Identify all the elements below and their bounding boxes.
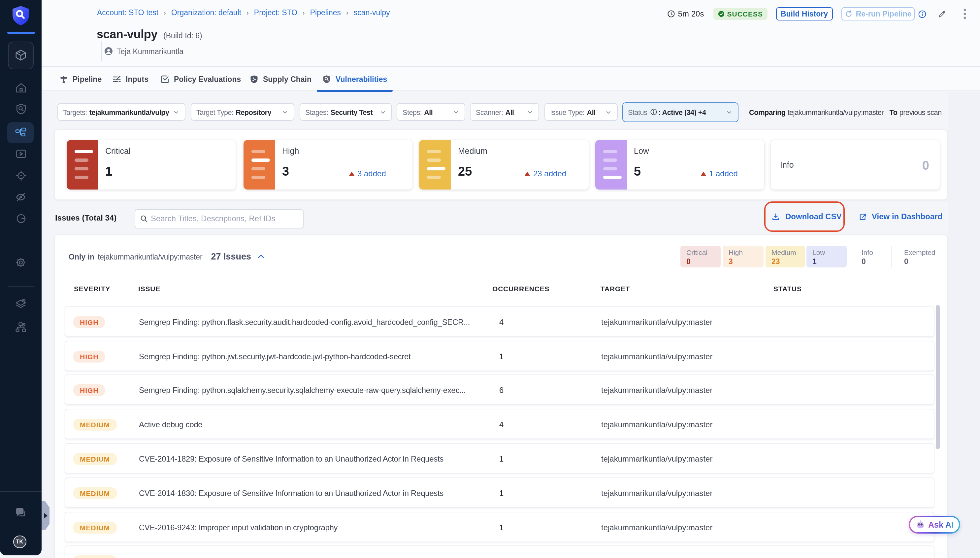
sidebar-item-exemptions[interactable] <box>0 208 42 228</box>
tab-inputs[interactable]: Inputs <box>106 67 154 92</box>
summary-card-high[interactable]: High33 added <box>243 140 412 189</box>
filter-issue-type[interactable]: Issue Type:All <box>544 103 618 121</box>
breadcrumb-item[interactable]: Account: STO test <box>97 8 159 16</box>
tab-bar: PipelineInputsPolicy EvaluationsSupply C… <box>42 66 980 91</box>
filter-label: Issue Type: <box>550 108 585 116</box>
chevron-down-icon <box>602 108 612 115</box>
view-dashboard-label: View in Dashboard <box>872 212 942 221</box>
issues-group-header[interactable]: Only in tejakummarikuntla/vulpy:master 2… <box>69 246 266 268</box>
chevron-up-icon[interactable] <box>257 252 266 261</box>
group-issue-count: 27 Issues <box>211 251 251 261</box>
summary-card-low[interactable]: Low51 added <box>595 140 764 189</box>
breadcrumb-item[interactable]: Organization: default <box>171 8 241 16</box>
issue-row[interactable]: MEDIUMCVE-2014-1829: Exposure of Sensiti… <box>64 443 934 473</box>
severity-chip-critical[interactable]: Critical0 <box>681 246 721 268</box>
sidebar-item-default-settings[interactable] <box>0 294 42 314</box>
sidebar-item-home[interactable] <box>0 77 42 97</box>
tab-policy-evaluations[interactable]: Policy Evaluations <box>155 67 246 92</box>
filter-value: tejakummarikuntla/vulpy <box>89 108 169 116</box>
user-avatar[interactable]: TK <box>13 535 26 548</box>
pipelines-icon <box>14 126 27 139</box>
severity-chip-exempted[interactable]: Exempted0 <box>898 246 938 268</box>
harness-sto-logo-icon[interactable] <box>11 5 30 26</box>
filter-target-type[interactable]: Target Type:Repository <box>190 103 294 121</box>
sidebar-item-overview[interactable] <box>0 99 42 119</box>
chip-value: 3 <box>728 257 764 265</box>
breadcrumb-item[interactable]: Project: STO <box>254 8 297 16</box>
module-selector-button[interactable] <box>8 41 33 69</box>
view-in-dashboard-button[interactable]: View in Dashboard <box>859 212 942 221</box>
issue-row[interactable]: MEDIUMActive debug code4tejakummarikuntl… <box>64 409 934 439</box>
card-value: 3 <box>282 164 289 179</box>
issues-scrollbar[interactable] <box>936 305 939 449</box>
severity-list-icon <box>419 140 451 189</box>
breadcrumb-item[interactable]: scan-vulpy <box>354 8 390 16</box>
issue-row[interactable]: MEDIUMCVE-2014-1830: Exposure of Sensiti… <box>64 477 934 507</box>
breadcrumb-separator-icon: › <box>346 8 348 16</box>
sidebar-item-governance[interactable] <box>0 317 42 337</box>
filter-scanner[interactable]: Scanner:All <box>470 103 539 121</box>
harness-sto-execution-page: ? TK Account: STO test›Organization: def… <box>0 0 980 558</box>
summary-card-medium[interactable]: Medium2523 added <box>419 140 588 189</box>
issue-row[interactable]: MEDIUMCVE-2017-11424: PyJWT: vulnerable … <box>64 546 934 558</box>
severity-chip-info[interactable]: Info0 <box>856 246 886 268</box>
info-icon[interactable] <box>918 10 926 18</box>
card-value: 5 <box>634 164 641 179</box>
kebab-menu-icon[interactable] <box>964 8 966 19</box>
breadcrumb-item[interactable]: Pipelines <box>310 8 341 16</box>
severity-chip-medium[interactable]: Medium23 <box>766 246 805 268</box>
severity-chip-high[interactable]: High3 <box>723 246 764 268</box>
issue-row[interactable]: HIGHSemgrep Finding: python.jwt.security… <box>64 340 934 371</box>
tab-vulnerabilities[interactable]: Vulnerabilities <box>316 67 392 92</box>
issue-title: CVE-2016-9243: Improper input validation… <box>139 512 489 543</box>
build-history-button[interactable]: Build History <box>776 8 833 20</box>
severity-badge: MEDIUM <box>73 419 116 430</box>
search-input[interactable] <box>151 214 297 223</box>
issue-title: CVE-2014-1829: Exposure of Sensitive Inf… <box>139 444 489 474</box>
breadcrumb-separator-icon: › <box>164 8 166 16</box>
filter-status[interactable]: Status: Active (34) +4 <box>622 102 738 122</box>
chip-label: Exempted <box>904 248 938 256</box>
ask-ai-button[interactable]: Ask AI <box>909 516 960 533</box>
chip-value: 23 <box>771 257 805 265</box>
edit-icon[interactable] <box>938 10 946 18</box>
severity-list-icon <box>66 140 98 189</box>
tab-pipeline[interactable]: Pipeline <box>54 67 107 92</box>
sidebar-item-executions[interactable] <box>0 144 42 164</box>
issues-search <box>134 209 303 228</box>
issue-target: tejakummarikuntla/vulpy:master <box>601 444 712 474</box>
filter-targets[interactable]: Targets:tejakummarikuntla/vulpy <box>57 103 185 121</box>
sidebar-item-pipelines[interactable] <box>7 122 34 143</box>
chip-value: 0 <box>862 257 886 265</box>
severity-badge: MEDIUM <box>73 556 116 558</box>
sidebar-divider <box>0 491 42 492</box>
summary-card-info[interactable]: Info0 <box>771 140 940 189</box>
sidebar-item-test-targets[interactable] <box>0 187 42 207</box>
summary-card-critical[interactable]: Critical1 <box>66 140 236 189</box>
severity-chip-low[interactable]: Low1 <box>807 246 847 268</box>
sidebar-item-help[interactable]: ? <box>0 502 42 522</box>
filter-label: Steps: <box>402 108 422 116</box>
expand-arrow-icon <box>44 513 47 519</box>
column-header-severity: SEVERITY <box>74 285 110 292</box>
issue-occurrences: 4 <box>499 307 504 337</box>
filter-steps[interactable]: Steps:All <box>397 103 465 121</box>
rerun-pipeline-button[interactable]: Re-run Pipeline <box>841 8 915 20</box>
filter-label: Target Type: <box>196 108 233 116</box>
issue-row[interactable]: HIGHSemgrep Finding: python.flask.securi… <box>64 306 934 336</box>
issue-occurrences: 6 <box>499 376 504 406</box>
filter-stages[interactable]: Stages:Security Test <box>299 103 392 121</box>
clock-icon <box>668 10 676 18</box>
chip-label: Info <box>862 248 886 256</box>
chevron-down-icon <box>524 108 533 115</box>
sidebar-item-targets[interactable] <box>0 166 42 185</box>
issue-row[interactable]: HIGHSemgrep Finding: python.sqlalchemy.s… <box>64 375 934 405</box>
issue-row[interactable]: MEDIUMCVE-2016-9243: Improper input vali… <box>64 512 934 542</box>
issue-title: Semgrep Finding: python.sqlalchemy.secur… <box>139 376 489 406</box>
issue-target: tejakummarikuntla/vulpy:master <box>601 478 712 508</box>
issue-target: tejakummarikuntla/vulpy:master <box>601 409 712 440</box>
tab-supply-chain[interactable]: Supply Chain <box>244 67 317 92</box>
severity-badge: HIGH <box>73 350 105 362</box>
sidebar-item-settings[interactable] <box>0 253 42 272</box>
sidebar-expand-handle[interactable] <box>42 501 49 530</box>
